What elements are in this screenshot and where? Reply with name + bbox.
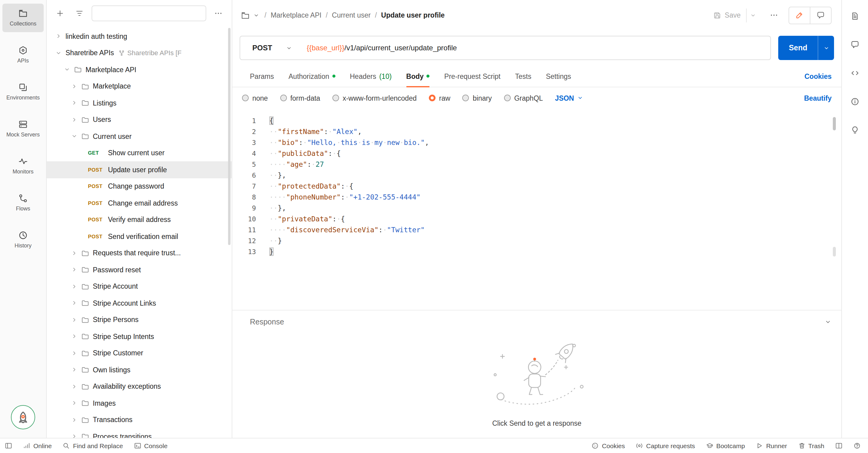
- statusbar-bootcamp[interactable]: Bootcamp: [706, 442, 745, 449]
- save-button[interactable]: Save: [708, 8, 746, 22]
- body-type-form-data[interactable]: form-data: [280, 94, 320, 102]
- request-change-password[interactable]: POSTChange password: [47, 178, 232, 195]
- statusbar-two-pane-view[interactable]: [835, 442, 842, 449]
- tree-item-listings[interactable]: Listings: [47, 95, 232, 111]
- save-options-button[interactable]: [746, 8, 760, 22]
- tree-item-stripe-setup-intents[interactable]: Stripe Setup Intents: [47, 328, 232, 345]
- rail-item-history[interactable]: History: [2, 226, 44, 254]
- statusbar-console[interactable]: Console: [134, 442, 167, 449]
- sidebar-search-input[interactable]: [92, 5, 206, 21]
- tree-item-availability-exceptions[interactable]: Availability exceptions: [47, 378, 232, 395]
- beautify-link[interactable]: Beautify: [804, 94, 832, 102]
- statusbar-toggle-sidebar[interactable]: [5, 442, 12, 449]
- send-options-button[interactable]: [818, 36, 834, 60]
- request-update-user-profile[interactable]: POSTUpdate user profile: [47, 161, 232, 178]
- rail-item-label: Environments: [6, 95, 40, 101]
- statusbar-label: Online: [33, 442, 52, 449]
- rail-item-monitors[interactable]: Monitors: [2, 152, 44, 180]
- response-collapse-icon[interactable]: [824, 318, 832, 326]
- tree-item-images[interactable]: Images: [47, 395, 232, 412]
- radio-label: GraphQL: [514, 94, 543, 102]
- statusbar-connection-status[interactable]: Online: [23, 442, 52, 449]
- send-button[interactable]: Send: [778, 36, 818, 60]
- statusbar-cookies[interactable]: Cookies: [592, 442, 625, 449]
- body-editor[interactable]: 1{2··"firstName":·"Alex",3··"bio":·"Hell…: [232, 108, 841, 310]
- tree-item-own-listings[interactable]: Own listings: [47, 361, 232, 378]
- tree-item-marketplace-api[interactable]: Marketplace API: [47, 61, 232, 78]
- tree-item-stripe-account[interactable]: Stripe Account: [47, 278, 232, 295]
- tab-params[interactable]: Params: [250, 65, 274, 87]
- tree-item-label: Images: [93, 400, 116, 407]
- body-type-binary[interactable]: binary: [463, 94, 492, 102]
- language-select[interactable]: JSON: [555, 94, 584, 102]
- comments-button[interactable]: [849, 39, 860, 50]
- request-send-verification-email[interactable]: POSTSend verification email: [47, 228, 232, 245]
- apis-icon: [18, 45, 28, 55]
- tab-tests[interactable]: Tests: [515, 65, 531, 87]
- breadcrumb-item[interactable]: Current user: [332, 11, 371, 19]
- code-snippet-button[interactable]: [849, 67, 860, 78]
- tree-item-current-user[interactable]: Current user: [47, 128, 232, 144]
- body-type-graphql[interactable]: GraphQL: [504, 94, 543, 102]
- tree-item-marketplace[interactable]: Marketplace: [47, 78, 232, 95]
- statusbar-capture-requests[interactable]: Capture requests: [636, 442, 695, 449]
- request-verify-email-address[interactable]: POSTVerify email address: [47, 211, 232, 228]
- request-change-email-address[interactable]: POSTChange email address: [47, 195, 232, 211]
- statusbar-label: Runner: [766, 442, 787, 449]
- info-button[interactable]: [849, 96, 860, 107]
- tips-button[interactable]: [849, 124, 860, 135]
- tree-item-sharetribe-apis[interactable]: Sharetribe APIsSharetribe APIs [F: [47, 44, 232, 61]
- rail-item-environments[interactable]: Environments: [2, 77, 44, 106]
- rail-item-apis[interactable]: APIs: [2, 41, 44, 69]
- statusbar-help[interactable]: [854, 442, 861, 449]
- comments-button[interactable]: [810, 7, 831, 23]
- sidebar-more-button[interactable]: [211, 6, 226, 21]
- tree-item-linkedin-auth-testing[interactable]: linkedin auth testing: [47, 28, 232, 44]
- filter-button[interactable]: [72, 6, 87, 21]
- save-label: Save: [725, 11, 741, 19]
- cookies-link[interactable]: Cookies: [805, 72, 832, 80]
- body-type-x-www-form-urlencoded[interactable]: x-www-form-urlencoded: [332, 94, 417, 102]
- tab-headers[interactable]: Headers(10): [350, 65, 392, 87]
- tree-item-stripe-account-links[interactable]: Stripe Account Links: [47, 295, 232, 312]
- tree-item-stripe-persons[interactable]: Stripe Persons: [47, 312, 232, 328]
- capture-requests-icon: [636, 442, 643, 449]
- edit-request-button[interactable]: [789, 7, 810, 23]
- tab-settings[interactable]: Settings: [546, 65, 571, 87]
- collection-caret-icon[interactable]: [253, 12, 259, 19]
- breadcrumb-item[interactable]: Marketplace API: [271, 11, 321, 19]
- tree-item-transactions[interactable]: Transactions: [47, 412, 232, 428]
- statusbar-find-and-replace[interactable]: Find and Replace: [63, 442, 123, 449]
- tree-item-password-reset[interactable]: Password reset: [47, 261, 232, 278]
- response-section: Response: [232, 310, 841, 438]
- tab-body[interactable]: Body: [406, 65, 430, 87]
- new-item-button[interactable]: [53, 6, 67, 21]
- method-select[interactable]: POST: [240, 44, 307, 52]
- rail-item-mock-servers[interactable]: Mock Servers: [2, 115, 44, 143]
- folder-icon: [81, 383, 89, 391]
- status-bar: OnlineFind and ReplaceConsole CookiesCap…: [0, 438, 868, 453]
- request-more-actions-button[interactable]: [767, 8, 781, 23]
- request-show-current-user[interactable]: GETShow current user: [47, 144, 232, 161]
- documentation-button[interactable]: [849, 10, 860, 21]
- sidebar-scrollbar[interactable]: [228, 28, 230, 245]
- tab-pre-request-script[interactable]: Pre-request Script: [444, 65, 500, 87]
- statusbar-runner[interactable]: Runner: [756, 442, 787, 449]
- tree-item-users[interactable]: Users: [47, 111, 232, 128]
- editor-scrollbar[interactable]: [833, 117, 836, 130]
- tree-item-stripe-customer[interactable]: Stripe Customer: [47, 345, 232, 361]
- token: :: [324, 127, 328, 136]
- breadcrumb-item[interactable]: Update user profile: [381, 11, 445, 19]
- body-type-none[interactable]: none: [242, 94, 268, 102]
- mock-icon: [18, 120, 28, 129]
- tree-item-requests-that-require-trust[interactable]: Requests that require trust...: [47, 245, 232, 261]
- statusbar-trash[interactable]: Trash: [798, 442, 824, 449]
- body-type-raw[interactable]: raw: [429, 94, 451, 102]
- rail-item-collections[interactable]: Collections: [2, 4, 44, 32]
- learning-center-badge[interactable]: [11, 405, 35, 429]
- tab-authorization[interactable]: Authorization: [288, 65, 335, 87]
- url-input[interactable]: {{base_url}}/v1/api/current_user/update_…: [307, 44, 457, 52]
- rail-item-flows[interactable]: Flows: [2, 189, 44, 217]
- tree-item-process-transitions[interactable]: Process transitions: [47, 428, 232, 438]
- token: 27: [315, 160, 324, 169]
